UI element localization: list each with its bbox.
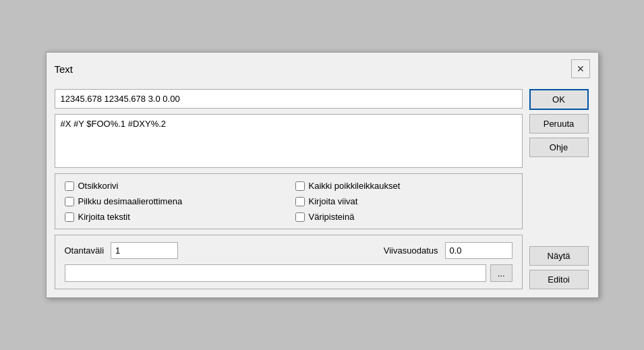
checkbox-varipistena-input[interactable]	[295, 212, 305, 222]
editoi-button[interactable]: Editoi	[529, 270, 589, 289]
right-panel: OK Peruuta Ohje Näytä Editoi	[529, 89, 590, 289]
checkbox-kirjoita-viivat-label: Kirjoita viivat	[309, 196, 358, 206]
path-input[interactable]	[65, 264, 486, 282]
otantavali-input[interactable]	[111, 242, 178, 259]
viivasuodatus-label: Viivasuodatus	[384, 245, 438, 256]
ohje-button[interactable]: Ohje	[529, 138, 589, 157]
peruuta-button[interactable]: Peruuta	[529, 114, 589, 134]
close-button[interactable]: ✕	[571, 59, 590, 78]
checkbox-otsikkorivi-label: Otsikkorivi	[78, 181, 119, 191]
dialog-body: #X #Y $FOO%.1 #DXY%.2 Otsikkorivi Kaikki…	[47, 84, 598, 297]
otantavali-label: Otantaväli	[65, 245, 105, 256]
dots-button[interactable]: ...	[490, 264, 513, 282]
checkbox-kaikki-label: Kaikki poikkileikkaukset	[309, 181, 401, 191]
checkbox-pilkku[interactable]: Pilkku desimaalierottimena	[65, 196, 282, 206]
checkbox-otsikkorivi-input[interactable]	[65, 181, 74, 191]
title-bar: Text ✕	[47, 53, 598, 84]
checkbox-kirjoita-tekstit[interactable]: Kirjoita tekstit	[65, 212, 282, 222]
dialog: Text ✕ #X #Y $FOO%.1 #DXY%.2 Otsikkorivi…	[46, 52, 599, 298]
checkbox-pilkku-label: Pilkku desimaalierottimena	[78, 196, 183, 206]
checkbox-pilkku-input[interactable]	[65, 197, 74, 206]
viivasuodatus-input[interactable]	[445, 242, 513, 259]
ok-button[interactable]: OK	[529, 89, 589, 110]
checkbox-kaikki[interactable]: Kaikki poikkileikkaukset	[295, 181, 513, 191]
left-panel: #X #Y $FOO%.1 #DXY%.2 Otsikkorivi Kaikki…	[55, 89, 523, 289]
checkbox-kaikki-input[interactable]	[295, 181, 305, 191]
checkbox-kirjoita-viivat[interactable]: Kirjoita viivat	[295, 196, 513, 206]
bottom-row2: ...	[65, 264, 513, 282]
checkbox-kirjoita-viivat-input[interactable]	[295, 197, 305, 206]
checkbox-kirjoita-tekstit-label: Kirjoita tekstit	[78, 212, 130, 222]
checkbox-otsikkorivi[interactable]: Otsikkorivi	[65, 181, 282, 191]
checkbox-kirjoita-tekstit-input[interactable]	[65, 212, 74, 222]
checkbox-varipistena-label: Väripisteinä	[309, 212, 355, 222]
bottom-panel: Otantaväli Viivasuodatus ...	[55, 235, 523, 289]
single-line-input[interactable]	[55, 89, 523, 109]
multiline-input[interactable]: #X #Y $FOO%.1 #DXY%.2	[55, 114, 523, 168]
dialog-title: Text	[55, 63, 74, 75]
bottom-row1: Otantaväli Viivasuodatus	[65, 242, 513, 259]
nayta-button[interactable]: Näytä	[529, 246, 589, 266]
checkbox-varipistena[interactable]: Väripisteinä	[295, 212, 513, 222]
checkboxes-panel: Otsikkorivi Kaikki poikkileikkaukset Pil…	[55, 173, 523, 229]
right-bottom-buttons: Näytä Editoi	[529, 246, 590, 289]
